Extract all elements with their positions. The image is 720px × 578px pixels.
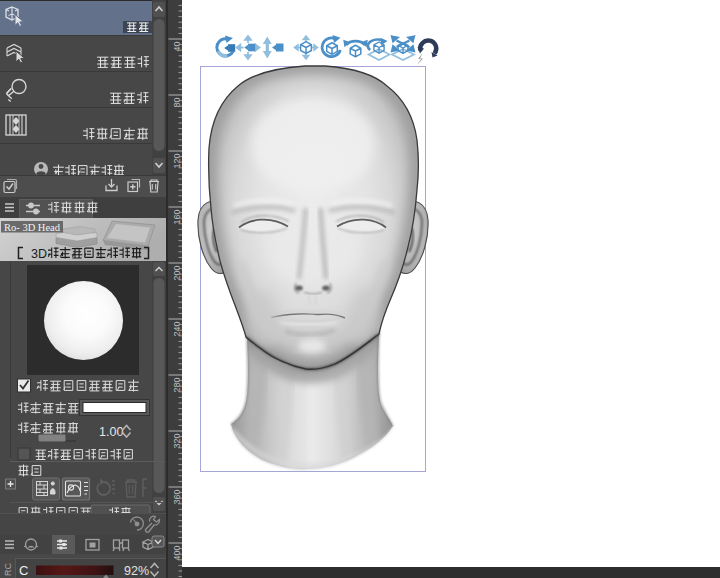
svg-text:280: 280	[172, 378, 182, 393]
svg-text:C: C	[19, 563, 28, 578]
svg-text:320: 320	[172, 434, 182, 449]
svg-text:200: 200	[172, 266, 182, 281]
svg-text:120: 120	[172, 154, 182, 169]
svg-text:400: 400	[172, 546, 182, 561]
svg-text:360: 360	[172, 490, 182, 505]
svg-text:240: 240	[172, 322, 182, 337]
svg-text:92%: 92%	[124, 564, 149, 578]
svg-text:3D: 3D	[31, 247, 47, 261]
svg-text:160: 160	[172, 210, 182, 225]
svg-text:1.00: 1.00	[99, 425, 123, 439]
svg-text:RC: RC	[3, 563, 13, 576]
